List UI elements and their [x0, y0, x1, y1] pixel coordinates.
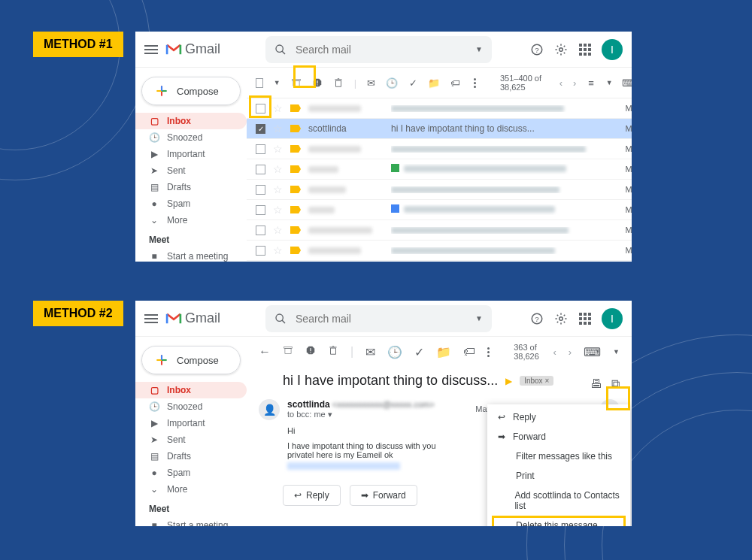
sender-avatar[interactable]: 👤 — [259, 399, 280, 420]
inbox-label-chip[interactable]: Inbox × — [520, 376, 553, 386]
nav-drafts[interactable]: ▤Drafts — [135, 448, 247, 465]
show-details-caret-icon[interactable]: ▾ — [328, 410, 332, 419]
input-tools-icon[interactable]: ⌨ — [584, 345, 601, 359]
nav-more[interactable]: ⌄More — [135, 481, 247, 498]
mail-row[interactable]: ☆May 15 — [247, 139, 632, 159]
search-input[interactable] — [296, 313, 466, 325]
apps-grid-icon[interactable] — [578, 42, 593, 57]
settings-gear-icon[interactable] — [553, 42, 569, 57]
menu-delete[interactable]: Delete this message — [487, 516, 630, 526]
forward-button[interactable]: ➡Forward — [350, 485, 417, 506]
clock-icon: 🕒 — [149, 132, 159, 143]
search-bar[interactable]: ▼ — [265, 305, 492, 332]
search-icon — [274, 313, 287, 325]
next-msg-icon[interactable]: › — [569, 347, 572, 358]
nav-spam[interactable]: ●Spam — [135, 465, 247, 481]
open-new-window-icon[interactable]: ⧉ — [611, 377, 620, 391]
more-actions-icon[interactable] — [487, 347, 490, 357]
sender-name: scottlinda — [287, 399, 330, 410]
account-avatar[interactable]: I — [602, 308, 623, 329]
mail-row[interactable]: ☆May 15 — [247, 220, 632, 241]
mail-row[interactable]: ☆May 15 — [247, 159, 632, 180]
gmail-logo[interactable]: Gmail — [165, 41, 220, 57]
nav-snoozed[interactable]: 🕒Snoozed — [135, 398, 247, 415]
select-all-checkbox[interactable] — [256, 78, 263, 88]
important-marker-icon[interactable] — [290, 125, 301, 132]
nav-sent[interactable]: ➤Sent — [135, 162, 247, 179]
more-actions-icon[interactable] — [471, 77, 479, 89]
report-spam-icon[interactable] — [312, 77, 323, 89]
settings-gear-icon[interactable] — [553, 311, 569, 326]
important-marker-icon[interactable] — [290, 104, 301, 112]
search-options-caret-icon[interactable]: ▼ — [475, 45, 483, 53]
mail-checkbox-checked[interactable]: ✓ — [256, 124, 265, 134]
svg-point-0 — [276, 45, 283, 52]
menu-filter[interactable]: Filter messages like this — [487, 446, 630, 466]
nav-important[interactable]: ▶Important — [135, 146, 247, 162]
nav-more[interactable]: ⌄More — [135, 212, 247, 229]
move-to-icon[interactable]: 📁 — [428, 77, 440, 89]
menu-forward[interactable]: ➡Forward — [487, 427, 630, 446]
input-tools-icon[interactable]: ⌨ — [623, 77, 632, 89]
nav-sent[interactable]: ➤Sent — [135, 431, 247, 448]
reply-button[interactable]: ↩Reply — [283, 485, 341, 506]
next-page-icon[interactable]: › — [573, 77, 576, 89]
archive-icon[interactable] — [283, 345, 293, 359]
compose-button[interactable]: Compose — [141, 77, 241, 105]
important-marker-icon[interactable]: ▶ — [505, 376, 512, 386]
mail-row[interactable]: ☆May 15 — [247, 180, 632, 200]
nav-drafts[interactable]: ▤Drafts — [135, 179, 247, 195]
menu-icon[interactable] — [144, 314, 158, 323]
mail-row[interactable]: ☆May 15 — [247, 241, 632, 261]
mail-row[interactable]: ☆May 15 — [247, 200, 632, 220]
select-dropdown-caret-icon[interactable]: ▼ — [274, 79, 280, 86]
gmail-window-message-view: Gmail ▼ ? I Compose ▢Inbox 🕒Snoozed ▶Imp… — [135, 301, 632, 526]
nav-inbox[interactable]: ▢Inbox — [135, 382, 247, 398]
back-arrow-icon[interactable]: ← — [259, 345, 271, 359]
search-options-caret-icon[interactable]: ▼ — [475, 314, 483, 322]
nav-snoozed[interactable]: 🕒Snoozed — [135, 129, 247, 146]
mark-unread-icon[interactable]: ✉ — [367, 77, 375, 89]
add-to-tasks-icon[interactable]: ✓ — [408, 77, 417, 89]
mail-row-selected[interactable]: ✓☆scottlindahi I have impotant thing to … — [247, 119, 632, 139]
search-icon — [274, 44, 287, 56]
nav-spam[interactable]: ●Spam — [135, 195, 247, 212]
prev-msg-icon[interactable]: ‹ — [553, 347, 556, 358]
move-to-icon[interactable]: 📁 — [436, 345, 451, 359]
add-to-tasks-icon[interactable]: ✓ — [414, 345, 424, 359]
print-icon[interactable]: 🖶 — [590, 377, 602, 391]
nav-inbox[interactable]: ▢Inbox — [135, 113, 247, 129]
search-bar[interactable]: ▼ — [265, 36, 492, 63]
support-icon[interactable]: ? — [529, 311, 544, 326]
snooze-icon[interactable]: 🕒 — [387, 345, 402, 359]
gmail-logo[interactable]: Gmail — [165, 310, 220, 326]
archive-icon[interactable] — [291, 77, 302, 89]
labels-icon[interactable]: 🏷 — [463, 345, 475, 359]
menu-reply[interactable]: ↩Reply — [487, 407, 630, 427]
menu-print[interactable]: Print — [487, 466, 630, 486]
prev-page-icon[interactable]: ‹ — [559, 77, 562, 89]
snooze-icon[interactable]: 🕒 — [386, 77, 398, 89]
account-avatar[interactable]: I — [602, 39, 623, 60]
mail-checkbox[interactable] — [256, 104, 265, 114]
nav-important[interactable]: ▶Important — [135, 415, 247, 431]
star-icon[interactable]: ☆ — [273, 102, 283, 114]
mark-unread-icon[interactable]: ✉ — [365, 345, 375, 359]
search-input[interactable] — [296, 44, 466, 56]
density-icon[interactable]: ≡ — [587, 77, 595, 89]
menu-add-contact[interactable]: Add scottlinda to Contacts list — [487, 486, 630, 516]
delete-icon[interactable] — [328, 345, 338, 359]
mail-list: ☆May 15 ✓☆scottlindahi I have impotant t… — [247, 98, 632, 261]
nav-start-meeting[interactable]: ■Start a meeting — [135, 517, 247, 526]
menu-icon[interactable] — [144, 45, 158, 54]
labels-icon[interactable]: 🏷 — [450, 77, 460, 89]
compose-button[interactable]: Compose — [141, 346, 241, 374]
nav-start-meeting[interactable]: ■Start a meeting — [135, 248, 247, 262]
apps-grid-icon[interactable] — [578, 311, 593, 326]
mail-row[interactable]: ☆May 15 — [247, 98, 632, 119]
support-icon[interactable]: ? — [529, 42, 544, 57]
pagination-text: 351–400 of 38,625 — [500, 74, 549, 92]
report-spam-icon[interactable] — [305, 345, 316, 359]
star-icon[interactable]: ☆ — [273, 123, 283, 135]
delete-icon[interactable] — [333, 77, 344, 89]
